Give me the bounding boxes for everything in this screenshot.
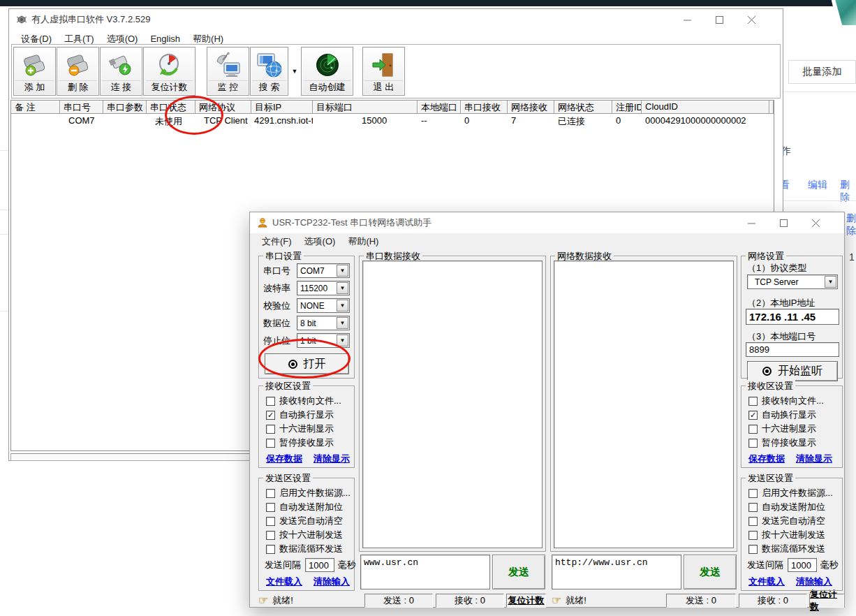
chevron-down-icon[interactable]: ▼ [337, 265, 348, 277]
clear-input-link-net[interactable]: 清除输入 [796, 575, 832, 588]
parity-select[interactable]: NONE ▼ [297, 298, 350, 313]
checkbox-send-hex-net[interactable]: 按十六进制发送 [748, 529, 825, 541]
send-interval-input-net[interactable]: 1000 [788, 558, 817, 572]
serial-send-button[interactable]: 发送 [492, 555, 545, 589]
reset-count-button[interactable]: 复位计数 [143, 47, 195, 96]
app1-maximize-button[interactable] [703, 9, 735, 30]
chevron-down-icon[interactable]: ▼ [337, 282, 348, 294]
checkbox-auto-linefeed-net[interactable]: 自动换行显示 [748, 409, 816, 421]
checkbox-loop-send-net[interactable]: 数据流循环发送 [748, 543, 825, 555]
checkbox-send-hex[interactable]: 按十六进制发送 [266, 529, 343, 541]
checkbox-box[interactable] [266, 489, 275, 498]
serial-send-input[interactable]: www.usr.cn [360, 555, 490, 589]
net-send-input[interactable]: http://www.usr.cn [552, 555, 681, 589]
delete-device-button[interactable]: 删 除 [57, 47, 99, 96]
app2-titlebar[interactable]: USR-TCP232-Test 串口转网络调试助手 [250, 212, 844, 233]
col-net-recv[interactable]: 网络接收 [508, 101, 554, 114]
app1-titlebar[interactable]: 有人虚拟串口软件 V3.7.2.529 [9, 9, 783, 30]
load-file-link-net[interactable]: 文件载入 [748, 575, 785, 588]
col-remark[interactable]: 备 注 [11, 101, 60, 114]
checkbox-box[interactable] [748, 531, 758, 540]
table-row[interactable]: COM7 未使用 TCP Client 4291.cnsh.iot-tc... … [11, 114, 774, 128]
col-serial-params[interactable]: 串口参数 [103, 101, 147, 114]
net-send-button[interactable]: 发送 [684, 555, 737, 589]
send-interval-input[interactable]: 1000 [305, 558, 334, 572]
checkbox-box[interactable] [748, 411, 758, 420]
checkbox-box[interactable] [266, 425, 275, 434]
col-local-port[interactable]: 本地端口 [418, 101, 461, 114]
col-target-ip[interactable]: 目标IP [251, 101, 313, 114]
search-button[interactable]: 搜 索 [250, 47, 288, 96]
checkbox-auto-linefeed[interactable]: 自动换行显示 [266, 409, 334, 421]
serial-recv-textarea[interactable] [362, 261, 543, 548]
clear-input-link[interactable]: 清除输入 [313, 575, 350, 588]
checkbox-box[interactable] [748, 397, 758, 406]
checkbox-auto-send-extra-net[interactable]: 自动发送附加位 [748, 501, 825, 513]
delete-link-partial[interactable]: 删除 [846, 212, 856, 237]
checkbox-pause-recv[interactable]: 暂停接收显示 [266, 437, 334, 449]
col-register-id[interactable]: 注册ID [612, 101, 642, 114]
checkbox-box[interactable] [748, 439, 758, 448]
checkbox-recv-to-file-net[interactable]: 接收转向文件... [748, 395, 824, 407]
checkbox-box[interactable] [266, 517, 275, 526]
checkbox-box[interactable] [748, 503, 758, 512]
com-port-select[interactable]: COM7 ▼ [297, 263, 350, 278]
save-data-link-net[interactable]: 保存数据 [748, 453, 785, 465]
local-ip-input[interactable]: 172.16 .11 .45 [746, 309, 839, 325]
checkbox-box[interactable] [748, 425, 758, 434]
menu-options2[interactable]: 选项(O) [298, 233, 342, 250]
auto-create-button[interactable]: 自动创建 [301, 47, 353, 96]
clear-display-link-net[interactable]: 清除显示 [796, 453, 832, 465]
checkbox-loop-send[interactable]: 数据流循环发送 [266, 543, 343, 555]
checkbox-box[interactable] [266, 545, 275, 554]
batch-add-button[interactable]: 批量添加 [788, 60, 856, 84]
col-com-port[interactable]: 串口号 [60, 101, 103, 114]
app1-minimize-button[interactable] [671, 9, 703, 30]
menu-help2[interactable]: 帮助(H) [341, 233, 385, 250]
baud-rate-select[interactable]: 115200 ▼ [297, 281, 350, 295]
exit-button[interactable]: 退 出 [362, 47, 405, 96]
checkbox-auto-send-extra[interactable]: 自动发送附加位 [266, 501, 343, 513]
checkbox-box[interactable] [266, 503, 275, 512]
chevron-down-icon[interactable]: ▼ [337, 300, 348, 311]
monitor-button[interactable]: 监 控 [207, 47, 249, 96]
col-serial-recv[interactable]: 串口接收 [461, 101, 508, 114]
checkbox-box[interactable] [266, 397, 275, 406]
checkbox-box[interactable] [748, 489, 758, 498]
col-net-status[interactable]: 网络状态 [554, 101, 612, 114]
app2-maximize-button[interactable] [767, 212, 799, 233]
checkbox-box[interactable] [748, 545, 758, 554]
net-recv-textarea[interactable] [554, 261, 734, 548]
checkbox-file-source[interactable]: 启用文件数据源... [266, 487, 350, 499]
checkbox-pause-recv-net[interactable]: 暂停接收显示 [748, 437, 816, 449]
checkbox-box[interactable] [266, 439, 275, 448]
checkbox-box[interactable] [266, 411, 275, 420]
protocol-type-select[interactable]: TCP Server ▼ [747, 274, 838, 289]
checkbox-box[interactable] [748, 517, 758, 526]
connect-button[interactable]: 连 接 [100, 47, 142, 96]
search-dropdown-arrow[interactable]: ▼ [289, 47, 300, 96]
data-bits-select[interactable]: 8 bit ▼ [297, 316, 350, 330]
menu-file[interactable]: 文件(F) [256, 233, 298, 250]
local-port-input[interactable]: 8899 [746, 342, 839, 357]
clear-display-link[interactable]: 清除显示 [313, 453, 350, 465]
checkbox-box[interactable] [266, 531, 275, 540]
add-device-button[interactable]: 添 加 [13, 47, 56, 96]
checkbox-recv-to-file[interactable]: 接收转向文件... [266, 395, 341, 407]
col-cloud-id[interactable]: CloudID [642, 101, 769, 114]
checkbox-hex-display[interactable]: 十六进制显示 [266, 423, 334, 435]
serial-reset-count-button[interactable]: 复位计数 [506, 594, 546, 608]
checkbox-file-source-net[interactable]: 启用文件数据源... [748, 487, 833, 499]
net-reset-count-button[interactable]: 复位计数 [809, 594, 844, 608]
app2-minimize-button[interactable] [735, 212, 767, 233]
app1-close-button[interactable] [735, 9, 767, 30]
save-data-link[interactable]: 保存数据 [266, 453, 302, 465]
col-target-port[interactable]: 目标端口 [313, 101, 418, 114]
checkbox-hex-display-net[interactable]: 十六进制显示 [748, 423, 816, 435]
load-file-link[interactable]: 文件载入 [266, 575, 302, 588]
chevron-down-icon[interactable]: ▼ [337, 317, 348, 329]
checkbox-clear-after-send-net[interactable]: 发送完自动清空 [748, 515, 825, 527]
edit-link[interactable]: 编辑 [808, 179, 827, 191]
chevron-down-icon[interactable]: ▼ [825, 276, 836, 288]
app2-close-button[interactable] [799, 212, 832, 233]
